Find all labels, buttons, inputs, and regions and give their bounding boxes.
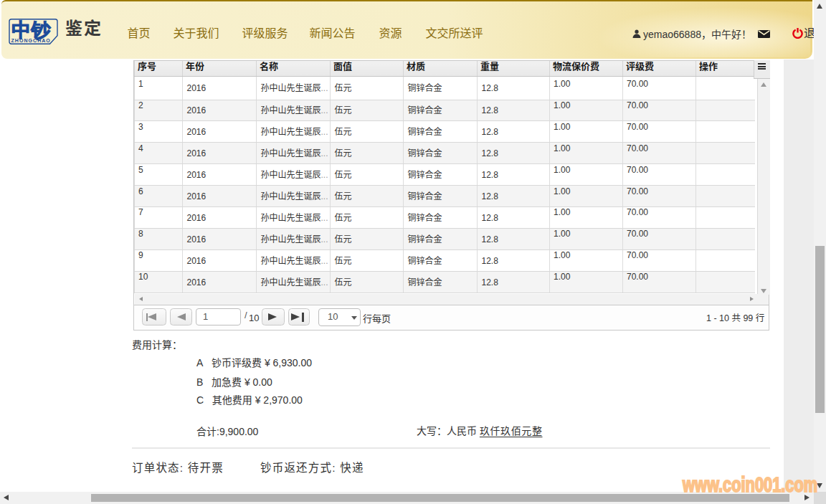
svg-text:ZHONGCHAO: ZHONGCHAO — [11, 38, 51, 43]
